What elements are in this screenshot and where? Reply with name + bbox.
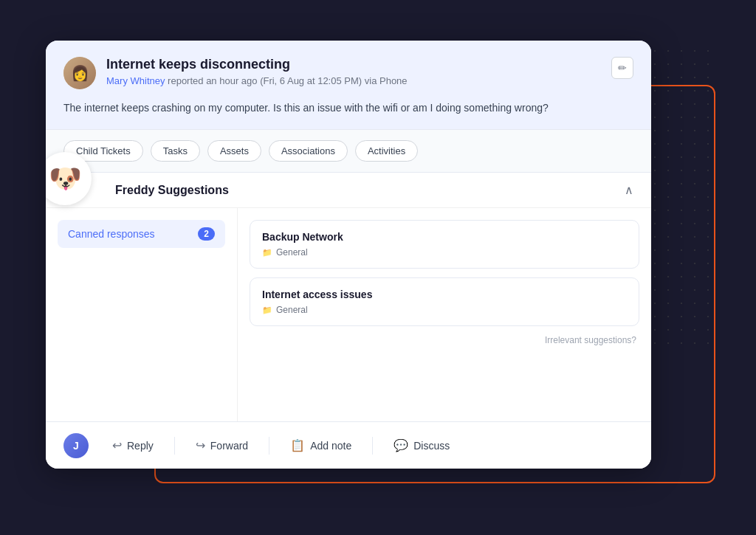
suggestion-category-0: General [276, 247, 308, 258]
forward-label: Forward [210, 440, 248, 452]
discuss-label: Discuss [413, 440, 450, 452]
divider-1 [174, 437, 175, 455]
main-card: 👩 Internet keeps disconnecting Mary Whit… [46, 41, 651, 469]
tab-activities[interactable]: Activities [355, 140, 418, 162]
ticket-meta-suffix: reported an hour ago (Fri, 6 Aug at 12:0… [168, 75, 407, 86]
forward-icon: ↪ [196, 438, 205, 452]
canned-responses-label: Canned responses [68, 228, 155, 240]
user-avatar: J [63, 433, 89, 458]
divider-2 [269, 437, 269, 455]
add-note-button[interactable]: 📋 Add note [275, 431, 366, 460]
ticket-title: Internet keeps disconnecting [106, 57, 601, 72]
reporter-name: Mary Whitney [106, 75, 165, 86]
add-note-icon: 📋 [290, 438, 305, 452]
reply-button[interactable]: ↩ Reply [97, 431, 168, 460]
tabs-bar: Child Tickets Tasks Assets Associations … [46, 130, 651, 173]
freddy-header: 🐶 Freddy Suggestions ∧ [46, 173, 651, 208]
freddy-avatar: 🐶 [46, 152, 92, 205]
add-note-label: Add note [310, 440, 351, 452]
tab-tasks[interactable]: Tasks [151, 140, 200, 162]
irrelevant-label[interactable]: Irrelevant suggestions? [250, 335, 639, 345]
discuss-icon: 💬 [394, 438, 408, 452]
suggestion-card-1[interactable]: Internet access issues 📁 General [250, 277, 639, 326]
discuss-button[interactable]: 💬 Discuss [379, 431, 464, 460]
freddy-section: 🐶 Freddy Suggestions ∧ Canned responses … [46, 173, 651, 421]
edit-icon: ✏ [618, 62, 627, 74]
suggestion-category-1: General [276, 305, 308, 315]
suggestion-card-0[interactable]: Backup Network 📁 General [250, 220, 639, 269]
canned-responses-count: 2 [198, 227, 215, 241]
collapse-icon[interactable]: ∧ [625, 183, 633, 197]
ticket-info: Internet keeps disconnecting Mary Whitne… [106, 57, 601, 86]
ticket-meta: Mary Whitney reported an hour ago (Fri, … [106, 75, 601, 86]
folder-icon-1: 📁 [262, 306, 272, 315]
reporter-avatar: 👩 [63, 57, 96, 89]
left-panel: Canned responses 2 [46, 208, 238, 421]
ticket-body: The internet keeps crashing on my comput… [63, 100, 633, 116]
right-panel: Backup Network 📁 General Internet access… [238, 208, 651, 421]
tab-assets[interactable]: Assets [207, 140, 261, 162]
suggestion-title-0: Backup Network [262, 231, 627, 243]
folder-icon-0: 📁 [262, 248, 272, 258]
forward-button[interactable]: ↪ Forward [181, 431, 263, 460]
action-bar: J ↩ Reply ↪ Forward 📋 Add note 💬 Discuss [46, 421, 651, 469]
divider-3 [372, 437, 373, 455]
suggestion-tag-0: 📁 General [262, 247, 627, 258]
freddy-content: Canned responses 2 Backup Network 📁 Gene… [46, 208, 651, 421]
suggestion-tag-1: 📁 General [262, 305, 627, 315]
tab-associations[interactable]: Associations [269, 140, 348, 162]
canned-responses-item[interactable]: Canned responses 2 [58, 220, 225, 248]
reply-icon: ↩ [112, 438, 122, 452]
suggestion-title-1: Internet access issues [262, 289, 627, 300]
reply-label: Reply [127, 440, 154, 452]
edit-button[interactable]: ✏ [611, 57, 633, 79]
ticket-header: 👩 Internet keeps disconnecting Mary Whit… [46, 41, 651, 130]
